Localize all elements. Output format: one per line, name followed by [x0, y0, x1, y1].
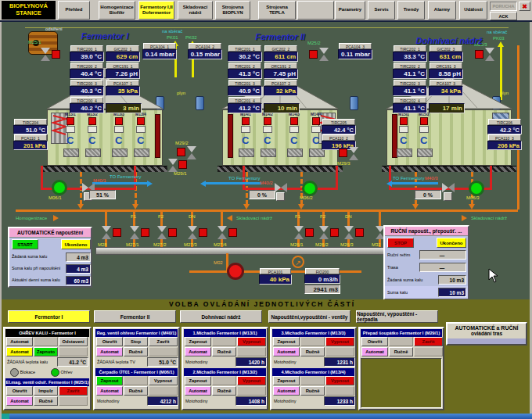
- pump-m02[interactable]: [227, 263, 244, 280]
- valve-m27-3-icon[interactable]: [188, 226, 197, 239]
- valve-m27-4-icon[interactable]: [217, 226, 227, 239]
- mixer-motor-m15-1[interactable]: [400, 117, 408, 125]
- tab-fermentor-ii[interactable]: Fermentor II: [94, 310, 176, 323]
- valve-actuator-m40-2[interactable]: [276, 192, 285, 201]
- button-ru-n-4-m-chadlo-fermentor-i-m13-4[interactable]: Ručně: [300, 386, 325, 396]
- valve-actuator-m29-2[interactable]: [177, 148, 185, 156]
- manual-stop-button[interactable]: STOP: [387, 238, 414, 248]
- button-automat-4-m-chadlo-fermentor-i-m13-4[interactable]: Automat: [273, 386, 300, 396]
- button-ru-n-erpadlo-t01-fermentor-i-m06-1[interactable]: Ručně: [124, 386, 148, 396]
- button-zapnout-4-m-chadlo-fermentor-i-m13-4[interactable]: Zapnout: [273, 376, 300, 385]
- button-zapnuto-oh-ev-kalu-fermentor-i[interactable]: Zapnuto: [34, 347, 58, 356]
- valve-m25-3-actuator[interactable]: [475, 50, 483, 59]
- valve-actuator-m27-4[interactable]: [228, 228, 237, 237]
- auto-manual-routes-button[interactable]: AUTOMATICKÉ a RUČNÍ ovládání tras: [446, 322, 527, 346]
- pump-m06-3[interactable]: [469, 181, 484, 196]
- mixer-motor-m14-4[interactable]: [312, 117, 320, 125]
- valve-actuator-m27-1[interactable]: [141, 228, 149, 237]
- valve-m25-2-icon[interactable]: [319, 48, 329, 61]
- mixer-motor-m13-2[interactable]: [88, 117, 96, 125]
- toolbar-button-trendy[interactable]: Trendy: [397, 1, 425, 20]
- toolbar-button-parametry[interactable]: Parametry: [335, 1, 365, 20]
- button-ru-n-el-mag-ventil-ods-fermentor-i-m25-1[interactable]: Ručně: [34, 396, 58, 406]
- valve-m40-2-icon[interactable]: [275, 183, 287, 192]
- button-vypnout-2-m-chadlo-fermentor-i-m13-2[interactable]: Vypnout: [237, 376, 266, 385]
- mixer-motor-m15-2[interactable]: [420, 117, 428, 125]
- button-automat-el-mag-ventil-ods-fermentor-i-m25-1[interactable]: Automat: [6, 396, 33, 406]
- button-otev-t-el-mag-ventil-ods-fermentor-i-m25-1[interactable]: Otevřít: [6, 386, 33, 396]
- valve-m27-2-icon[interactable]: [157, 226, 167, 239]
- mixer-motor-m13-4[interactable]: [137, 117, 145, 125]
- button-zapnout-erpadlo-t01-fermentor-i-m06-1[interactable]: Zapnout: [96, 376, 123, 385]
- valve-actuator-m27-3[interactable]: [199, 228, 207, 237]
- button-ru-n-p-epad-oup-tko-fermentor-i-m29-1[interactable]: Ručně: [389, 347, 413, 356]
- valve-m29-3-icon[interactable]: [349, 147, 358, 160]
- tab-napou-t-n-vypou-t-n-ventily[interactable]: Napouštění,vypouštění - ventily: [268, 310, 350, 323]
- valve-m25-2-actuator[interactable]: [309, 50, 318, 59]
- toolbar-button-ud-losti[interactable]: Události: [459, 1, 487, 20]
- button-ru-n-1-m-chadlo-fermentor-i-m13-1[interactable]: Ručně: [212, 347, 236, 356]
- button-zapnout-2-m-chadlo-fermentor-i-m13-2[interactable]: Zapnout: [185, 376, 211, 385]
- valve-m25-3-icon[interactable]: [485, 48, 494, 61]
- tab-dohn-vac-n-dr[interactable]: Dohnívací nádrž: [180, 310, 262, 323]
- valve-actuator-m40-3[interactable]: [444, 192, 452, 201]
- button-automat-2-m-chadlo-fermentor-i-m13-2[interactable]: Automat: [185, 386, 211, 396]
- alarm-close-icon[interactable]: ✖: [519, 2, 530, 11]
- button-ru-n-2-m-chadlo-fermentor-i-m13-2[interactable]: Ručně: [212, 386, 236, 396]
- button-ru-n-3-m-chadlo-fermentor-i-m13-3[interactable]: Ručně: [300, 347, 325, 356]
- button-zav-t-p-epad-oup-tko-fermentor-i-m29-1[interactable]: Zavřít: [414, 337, 443, 346]
- valve-actuator-m29-1[interactable]: [178, 160, 187, 169]
- button-automat-p-epad-oup-tko-fermentor-i-m29-1[interactable]: Automat: [361, 347, 388, 356]
- valve-actuator-m27-2[interactable]: [168, 228, 177, 237]
- button-zapnout-3-m-chadlo-fermentor-i-m13-3[interactable]: Zapnout: [273, 337, 300, 346]
- button-otev-t-reg-ventil-oh-evu-fermentor-i-m40-1[interactable]: Otevřít: [96, 337, 123, 346]
- button-ru-n-reg-ventil-oh-evu-fermentor-i-m40-1[interactable]: Ručně: [124, 347, 148, 356]
- toolbar-button-strojovna-bioplyn[interactable]: Strojovna BIOPLYN: [215, 1, 250, 20]
- button-automat-3-m-chadlo-fermentor-i-m13-3[interactable]: Automat: [273, 347, 300, 356]
- toolbar-button-skladovac-n-dr[interactable]: Skladovací nádrž: [178, 1, 213, 20]
- button-automat-oh-ev-kalu-fermentor-i[interactable]: Automat: [6, 337, 33, 346]
- button-odstaven-oh-ev-kalu-fermentor-i[interactable]: Odstavení: [59, 337, 88, 346]
- mixer-motor-m14-3[interactable]: [290, 117, 298, 125]
- valve-m29-2-icon[interactable]: [187, 146, 196, 159]
- tab-fermentor-i[interactable]: Fermentor I: [8, 310, 90, 323]
- valve-m40-3-icon[interactable]: [442, 183, 455, 192]
- tank-body-fermentor-i[interactable]: M13/1CM13/2CM13/3CM13/4C: [47, 109, 163, 166]
- button-vypnout-4-m-chadlo-fermentor-i-m13-4[interactable]: Vypnout: [325, 376, 354, 385]
- pump-m06-2[interactable]: [302, 181, 318, 196]
- toolbar-button-p-ehled[interactable]: Přehled: [58, 1, 90, 20]
- toolbar-button-homogenizace-biofiltr[interactable]: Homogenizace Biofiltr: [99, 1, 135, 20]
- valve-m25-1-icon[interactable]: [41, 48, 50, 61]
- button-automat-erpadlo-t01-fermentor-i-m06-1[interactable]: Automat: [96, 386, 123, 396]
- valve-m29-1-icon[interactable]: [168, 159, 178, 172]
- button-zav-t-el-mag-ventil-ods-fermentor-i-m25-1[interactable]: Zavřít: [59, 386, 88, 396]
- valve-m26-1-icon[interactable]: [294, 226, 304, 239]
- tank-body-fermentor-ii[interactable]: M14/1CM14/2CM14/3CM14/4C: [222, 109, 338, 166]
- button-stop-reg-ventil-oh-evu-fermentor-i-m40-1[interactable]: Stop: [124, 337, 148, 346]
- valve-actuator-m26-1[interactable]: [305, 228, 314, 237]
- valve-actuator-m29-3[interactable]: [339, 149, 347, 157]
- tab-napou-t-n-vypou-t-n-erpadla[interactable]: Napouštění, vypouštění - čerpadla: [356, 310, 438, 323]
- toolbar-button-strojovna-tepla[interactable]: Strojovna TEPLA: [258, 1, 296, 20]
- toolbar-button-fermentory-i-ii-dofermentor[interactable]: Fermentory I,II Dofermentor: [138, 1, 174, 20]
- pump-m06-1[interactable]: [52, 180, 67, 195]
- button-automat-reg-ventil-oh-evu-fermentor-i-m40-1[interactable]: Automat: [96, 347, 123, 356]
- ack-button[interactable]: ACK: [490, 12, 517, 20]
- auto-start-button[interactable]: START: [12, 239, 38, 249]
- valve-actuator-m26-3[interactable]: [355, 228, 364, 237]
- button-vypnout-erpadlo-t01-fermentor-i-m06-1[interactable]: Vypnout: [149, 376, 178, 385]
- mixer-motor-m13-1[interactable]: [66, 117, 74, 125]
- mixer-motor-m13-3[interactable]: [115, 117, 123, 125]
- valve-m25-1-actuator[interactable]: [52, 50, 60, 59]
- button-zav-t-reg-ventil-oh-evu-fermentor-i-m40-1[interactable]: Zavřít: [149, 337, 178, 346]
- button-impulz-el-mag-ventil-ods-fermentor-i-m25-1[interactable]: Impulz: [34, 386, 58, 396]
- mixer-motor-m14-1[interactable]: [242, 117, 250, 125]
- valve-m26-2-icon[interactable]: [319, 226, 329, 239]
- valve-actuator-m28[interactable]: [113, 228, 121, 237]
- valve-m27-1-icon[interactable]: [130, 226, 139, 239]
- button-vypnout-3-m-chadlo-fermentor-i-m13-3[interactable]: Vypnout: [325, 337, 354, 346]
- mixer-motor-m14-2[interactable]: [264, 117, 271, 125]
- button-automat-1-m-chadlo-fermentor-i-m13-1[interactable]: Automat: [185, 347, 211, 356]
- valve-m28-icon[interactable]: [102, 226, 111, 239]
- button-zapnout-1-m-chadlo-fermentor-i-m13-1[interactable]: Zapnout: [185, 337, 211, 346]
